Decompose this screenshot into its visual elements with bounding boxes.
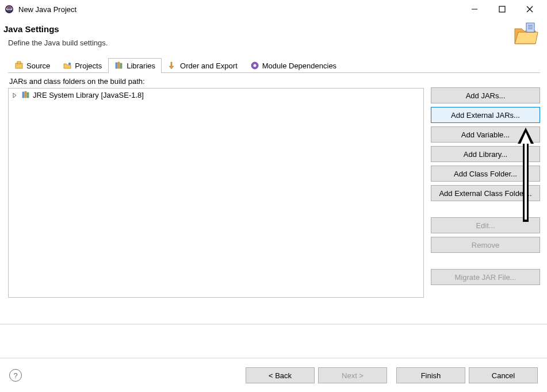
- svg-rect-11: [17, 62, 21, 64]
- tabs: Source Projects Libraries Order and Expo…: [8, 58, 540, 73]
- window-controls: [468, 2, 542, 16]
- svg-rect-20: [27, 93, 29, 98]
- finish-button[interactable]: Finish: [396, 367, 465, 383]
- tree-item-jre[interactable]: JRE System Library [JavaSE-1.8]: [9, 89, 423, 101]
- svg-point-17: [253, 64, 256, 67]
- tab-source[interactable]: Source: [8, 58, 56, 72]
- remove-button[interactable]: Remove: [431, 237, 540, 253]
- wizard-banner-icon: [511, 21, 539, 48]
- close-button[interactable]: [523, 2, 537, 16]
- maximize-button[interactable]: [495, 2, 509, 16]
- svg-rect-15: [120, 63, 122, 68]
- edit-button[interactable]: Edit...: [431, 217, 540, 233]
- page-subtitle: Define the Java build settings.: [8, 39, 535, 47]
- svg-rect-6: [526, 23, 534, 32]
- tab-order-export[interactable]: Order and Export: [162, 58, 244, 72]
- migrate-jar-button[interactable]: Migrate JAR File...: [431, 269, 540, 285]
- page-title: Java Settings: [3, 24, 535, 34]
- libraries-icon: [114, 61, 124, 70]
- back-button[interactable]: < Back: [246, 367, 315, 383]
- cancel-button[interactable]: Cancel: [469, 367, 538, 383]
- tree-item-label: JRE System Library [JavaSE-1.8]: [33, 91, 144, 99]
- help-button[interactable]: ?: [9, 369, 22, 382]
- svg-rect-3: [499, 6, 505, 12]
- add-class-folder-button[interactable]: Add Class Folder...: [431, 166, 540, 182]
- build-path-tree[interactable]: JRE System Library [JavaSE-1.8]: [8, 88, 424, 298]
- tab-label: Source: [26, 62, 50, 70]
- svg-rect-13: [116, 63, 117, 68]
- eclipse-icon: [5, 5, 14, 14]
- titlebar: New Java Project: [0, 0, 547, 18]
- wizard-footer: ? < Back Next > Finish Cancel: [0, 359, 547, 392]
- tab-module-dependencies[interactable]: Module Dependencies: [244, 58, 343, 72]
- tree-heading: JARs and class folders on the build path…: [8, 75, 424, 88]
- tab-label: Module Dependencies: [262, 62, 336, 70]
- add-external-jars-button[interactable]: Add External JARs...: [431, 107, 540, 123]
- svg-rect-18: [22, 92, 24, 98]
- svg-rect-14: [118, 62, 120, 68]
- separator: [0, 324, 547, 325]
- add-library-button[interactable]: Add Library...: [431, 146, 540, 162]
- tab-label: Projects: [75, 62, 102, 70]
- module-icon: [250, 61, 259, 70]
- order-export-icon: [168, 61, 177, 70]
- libraries-content: JARs and class folders on the build path…: [8, 75, 540, 298]
- add-external-class-folder-button[interactable]: Add External Class Folder...: [431, 185, 540, 201]
- chevron-right-icon[interactable]: [12, 91, 19, 98]
- svg-point-12: [68, 63, 71, 65]
- source-icon: [14, 61, 24, 70]
- minimize-button[interactable]: [468, 2, 481, 16]
- footer-buttons: < Back Next > Finish Cancel: [246, 367, 538, 383]
- add-variable-button[interactable]: Add Variable...: [431, 126, 540, 143]
- svg-rect-19: [25, 91, 26, 98]
- tree-container: JARs and class folders on the build path…: [8, 75, 424, 298]
- tab-label: Libraries: [127, 62, 155, 70]
- window-title: New Java Project: [18, 5, 468, 14]
- add-jars-button[interactable]: Add JARs...: [431, 87, 540, 103]
- tab-projects[interactable]: Projects: [56, 58, 108, 72]
- library-icon: [21, 90, 30, 99]
- projects-icon: [63, 61, 72, 70]
- wizard-header: Java Settings Define the Java build sett…: [0, 18, 547, 57]
- side-buttons: Add JARs... Add External JARs... Add Var…: [431, 75, 540, 298]
- tab-label: Order and Export: [180, 62, 238, 70]
- next-button[interactable]: Next >: [318, 367, 387, 383]
- tab-libraries[interactable]: Libraries: [108, 58, 162, 72]
